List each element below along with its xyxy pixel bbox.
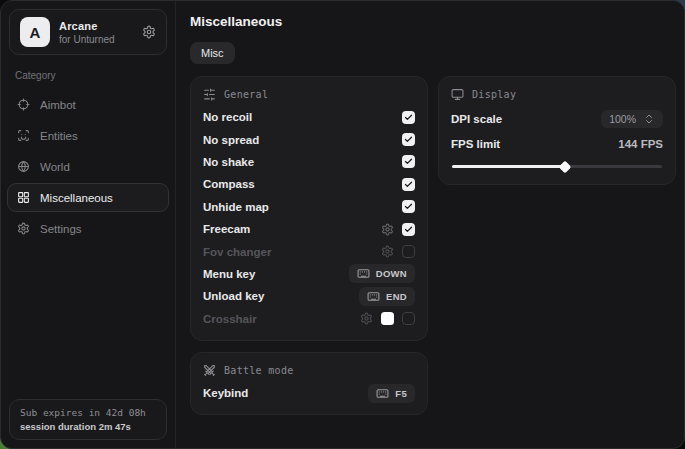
checkbox-no-recoil[interactable] (402, 111, 415, 124)
sub-expiry-text: Sub expires in 42d 08h (20, 407, 156, 418)
keyboard-icon (367, 290, 380, 303)
panel-header-display: Display (451, 86, 663, 106)
row-controls (402, 133, 415, 146)
dpi-select[interactable]: 100% (601, 110, 663, 128)
row-keybind: KeybindF5 (203, 382, 415, 404)
tab-misc[interactable]: Misc (190, 42, 235, 64)
panels-area: GeneralNo recoilNo spreadNo shakeCompass… (190, 76, 676, 415)
row-controls (402, 155, 415, 168)
row-label: No shake (203, 156, 254, 168)
keybind-badge-keybind[interactable]: F5 (368, 384, 415, 403)
panel-battle-mode: Battle modeKeybindF5 (190, 352, 428, 415)
row-crosshair: Crosshair (203, 308, 415, 330)
panel-general: GeneralNo recoilNo spreadNo shakeCompass… (190, 76, 428, 341)
check-icon (404, 135, 413, 144)
checkbox-crosshair[interactable] (402, 312, 415, 325)
row-controls: END (359, 287, 415, 306)
keybind-badge-menu-key[interactable]: DOWN (349, 264, 415, 283)
category-nav: AimbotEntitiesWorldMiscellaneousSettings (1, 89, 175, 244)
row-label: Unload key (203, 290, 264, 302)
color-swatch[interactable] (381, 312, 394, 325)
gear-icon (381, 223, 394, 236)
app-header-text: Arcane for Unturned (59, 20, 133, 45)
row-controls (381, 245, 415, 258)
row-label: Keybind (203, 387, 248, 399)
check-icon (404, 225, 413, 234)
sidebar-item-label: Entities (40, 130, 78, 142)
app-window: A Arcane for Unturned Category AimbotEnt… (0, 0, 685, 449)
crosshair-icon (17, 98, 30, 111)
slider-thumb[interactable] (559, 160, 572, 173)
row-unload-key: Unload keyEND (203, 285, 415, 307)
sliders-icon (203, 88, 216, 101)
app-subtitle: for Unturned (59, 34, 133, 45)
chevrons-up-down-icon (643, 113, 655, 125)
keybind-value: END (386, 291, 407, 302)
row-label: Menu key (203, 268, 255, 280)
checkbox-unhide-map[interactable] (402, 200, 415, 213)
row-label: Fov changer (203, 246, 271, 258)
row-controls: 100% (601, 110, 663, 128)
checkbox-no-shake[interactable] (402, 155, 415, 168)
checkbox-fov-changer[interactable] (402, 245, 415, 258)
keyboard-icon (357, 267, 370, 280)
checkbox-freecam[interactable] (402, 223, 415, 236)
monitor-icon (451, 88, 464, 101)
row-fov-changer: Fov changer (203, 240, 415, 262)
keybind-badge-unload-key[interactable]: END (359, 287, 415, 306)
row-no-recoil: No recoil (203, 106, 415, 128)
row-label: FPS limit (451, 138, 500, 150)
row-controls (360, 312, 415, 325)
gear-icon[interactable] (142, 25, 156, 39)
row-dpi-scale: DPI scale100% (451, 106, 663, 131)
select-value: 100% (609, 113, 636, 125)
check-icon (404, 157, 413, 166)
row-label: Crosshair (203, 313, 257, 325)
row-label: Compass (203, 178, 255, 190)
page-title: Miscellaneous (190, 14, 676, 29)
gear-icon (17, 222, 30, 235)
row-fps-limit: FPS limit144 FPS (451, 131, 663, 156)
slider-fill (452, 165, 565, 168)
panel-header-general: General (203, 86, 415, 106)
row-label: No recoil (203, 111, 252, 123)
row-controls (402, 111, 415, 124)
check-icon (404, 113, 413, 122)
row-no-spread: No spread (203, 128, 415, 150)
gear-icon (360, 312, 373, 325)
row-unhide-map: Unhide map (203, 196, 415, 218)
row-label: DPI scale (451, 113, 502, 125)
sidebar-item-miscellaneous[interactable]: Miscellaneous (7, 183, 169, 212)
sidebar-item-label: World (40, 161, 70, 173)
sidebar-item-world[interactable]: World (7, 152, 169, 181)
fps-slider[interactable] (452, 165, 662, 168)
slider-value: 144 FPS (618, 138, 663, 150)
right-column: DisplayDPI scale100%FPS limit144 FPS (438, 76, 676, 185)
grid-icon (17, 191, 30, 204)
app-logo: A (20, 17, 50, 47)
row-freecam: Freecam (203, 218, 415, 240)
row-controls: 144 FPS (618, 138, 663, 150)
tab-bar: Misc (190, 42, 676, 64)
sidebar-item-settings[interactable]: Settings (7, 214, 169, 243)
swords-icon (203, 364, 216, 377)
panel-header-battle-mode: Battle mode (203, 362, 415, 382)
row-label: No spread (203, 134, 259, 146)
row-controls: DOWN (349, 264, 415, 283)
row-controls (402, 200, 415, 213)
globe-icon (17, 160, 30, 173)
left-column: GeneralNo recoilNo spreadNo shakeCompass… (190, 76, 428, 415)
row-compass: Compass (203, 173, 415, 195)
sidebar-item-aimbot[interactable]: Aimbot (7, 90, 169, 119)
row-controls: F5 (368, 384, 415, 403)
check-icon (404, 180, 413, 189)
checkbox-no-spread[interactable] (402, 133, 415, 146)
panel-title: General (224, 89, 268, 100)
main-content: Miscellaneous Misc GeneralNo recoilNo sp… (176, 1, 685, 448)
app-title: Arcane (59, 20, 133, 32)
entities-icon (17, 129, 30, 142)
sidebar-item-entities[interactable]: Entities (7, 121, 169, 150)
app-header-card: A Arcane for Unturned (9, 9, 167, 55)
subscription-card: Sub expires in 42d 08h session duration … (9, 399, 167, 440)
checkbox-compass[interactable] (402, 178, 415, 191)
